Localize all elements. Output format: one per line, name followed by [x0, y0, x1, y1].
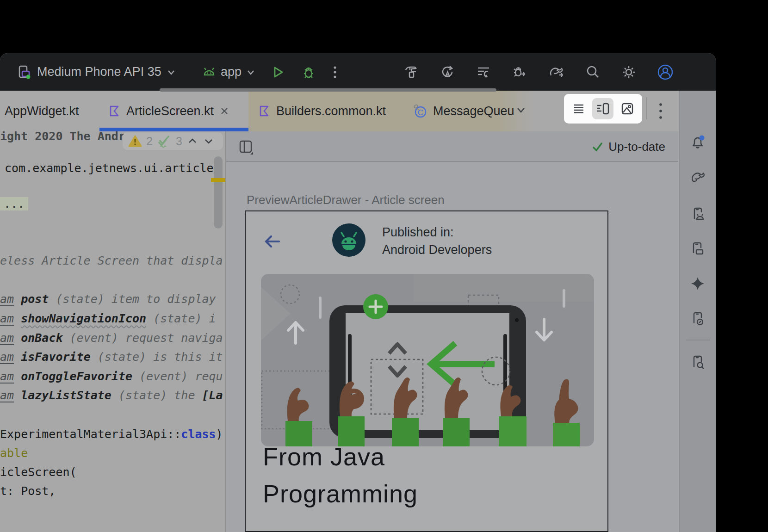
code-line: com.example.jetnews.ui.article	[5, 161, 214, 176]
code-segment: ight 2020 The Andr	[0, 131, 125, 143]
running-devices-icon[interactable]	[690, 206, 706, 222]
device-selector-label: Medium Phone API 35	[37, 65, 161, 79]
notifications-bell-icon[interactable]	[690, 135, 706, 150]
code-view-button[interactable]	[568, 98, 589, 119]
warning-count: 2	[146, 135, 153, 148]
code-segment: am	[0, 331, 14, 345]
article-hero-image	[261, 274, 594, 446]
code-line: ...	[0, 196, 28, 212]
code-segment: onToggleFavorite	[21, 370, 132, 383]
split-view-button[interactable]	[592, 98, 613, 119]
divider	[646, 97, 647, 119]
device-manager-icon	[17, 64, 32, 80]
kotlin-file-icon	[258, 105, 271, 118]
more-actions-icon[interactable]	[332, 64, 338, 80]
active-tab-indicator	[99, 128, 248, 131]
java-class-icon: C	[413, 104, 427, 118]
run-configuration[interactable]: app	[202, 53, 256, 91]
code-segment	[14, 292, 21, 306]
tab-bar-kebab-icon[interactable]	[657, 101, 664, 123]
android-icon	[202, 65, 217, 80]
attach-debugger-icon[interactable]	[512, 64, 527, 80]
tab-builders-common[interactable]: Builders.common.kt	[248, 91, 403, 131]
device-explorer-icon[interactable]	[690, 354, 706, 370]
code-segment	[14, 350, 21, 364]
code-segment: (state) item to display	[49, 292, 216, 306]
gradle-sync-icon[interactable]	[548, 64, 564, 80]
publisher-avatar	[332, 223, 365, 259]
code-segment	[14, 389, 21, 402]
code-segment: able	[0, 446, 28, 460]
tab-overflow-chevron-icon[interactable]	[514, 104, 527, 118]
code-segment: am	[0, 389, 14, 402]
code-segment: onBack	[21, 331, 62, 345]
publisher-block: Published in: Android Developers	[382, 223, 492, 259]
device-selector[interactable]: Medium Phone API 35	[17, 53, 176, 91]
code-segment: am	[0, 370, 14, 383]
preview-device-frame[interactable]: Published in: Android Developers	[245, 210, 608, 532]
code-segment: (state) is this it	[91, 350, 223, 364]
code-line: ExperimentalMaterial3Api::class)	[0, 427, 223, 442]
code-line: am isFavorite (state) is this it	[0, 349, 223, 365]
ide-window: Medium Phone API 35 app	[0, 53, 716, 532]
code-segment	[14, 331, 21, 345]
gemini-spark-icon[interactable]	[690, 276, 706, 291]
chevron-down-icon	[166, 67, 176, 77]
code-line: t: Post,	[0, 483, 56, 499]
editor-scrollbar[interactable]	[214, 156, 223, 229]
code-segment	[14, 370, 21, 383]
code-line: able	[0, 445, 28, 461]
preview-composable-label[interactable]: PreviewArticleDrawer - Article screen	[247, 193, 445, 207]
code-segment: )	[216, 427, 223, 441]
run-config-label: app	[221, 65, 242, 79]
search-icon[interactable]	[585, 64, 601, 80]
device-mirroring-icon[interactable]	[690, 311, 706, 327]
code-segment: [La	[202, 389, 223, 402]
debug-icon[interactable]	[301, 65, 316, 80]
check-icon	[591, 140, 604, 153]
code-editor[interactable]: ight 2020 The Andrcom.example.jetnews.ui…	[0, 131, 225, 532]
preview-status-label: Up-to-date	[608, 140, 665, 154]
run-icon[interactable]	[271, 65, 285, 80]
code-segment: t: Post,	[0, 484, 56, 498]
kotlin-file-icon	[108, 105, 121, 118]
back-arrow-icon	[263, 234, 282, 251]
preview-toolbar: Up-to-date	[226, 131, 678, 162]
code-segment: ...	[0, 197, 28, 210]
tab-articlescreen[interactable]: ArticleScreen.kt	[99, 91, 248, 131]
prev-issue-chevron-icon[interactable]	[186, 136, 198, 147]
code-segment: showNavigationIcon	[21, 312, 146, 325]
article-title-line2: Programming	[263, 475, 418, 512]
next-issue-chevron-icon[interactable]	[203, 136, 215, 147]
layout-options-icon[interactable]	[238, 140, 254, 157]
design-view-button[interactable]	[617, 98, 638, 119]
chevron-down-icon	[246, 67, 256, 77]
code-segment: icleScreen(	[0, 465, 77, 479]
warning-stripe-mark	[211, 178, 225, 182]
code-line: am showNavigationIcon (state) i	[0, 311, 216, 327]
editor-tab-bar: AppWidget.kt ArticleScreen.kt Builders.c…	[0, 91, 716, 131]
settings-icon[interactable]	[621, 64, 637, 80]
code-segment: (state) the	[111, 389, 202, 402]
tab-appwidget[interactable]: AppWidget.kt	[0, 91, 99, 131]
sync-translate-icon[interactable]	[440, 64, 455, 80]
code-line: icleScreen(	[0, 464, 77, 480]
device-manager-panel-icon[interactable]	[690, 241, 706, 257]
warning-icon	[128, 135, 142, 148]
publisher-name: Android Developers	[382, 241, 492, 259]
code-segment: com.example.jetnews.ui.article	[5, 161, 214, 175]
divider	[686, 340, 710, 340]
close-icon[interactable]	[219, 106, 229, 116]
inspection-widget[interactable]: 2 3	[123, 132, 223, 150]
build-icon[interactable]	[403, 64, 419, 80]
compose-preview-pane: Up-to-date PreviewArticleDrawer - Articl…	[226, 131, 678, 532]
code-line: ight 2020 The Andr	[0, 131, 125, 144]
tab-scrollbar[interactable]	[160, 88, 496, 92]
profiler-icon[interactable]	[476, 64, 491, 80]
account-icon[interactable]	[657, 64, 674, 80]
code-segment: am	[0, 350, 14, 364]
ok-checks-icon	[157, 134, 172, 148]
right-tool-stripe	[679, 91, 716, 532]
gradle-icon[interactable]	[690, 169, 706, 185]
code-segment: lazyListState	[21, 389, 111, 402]
